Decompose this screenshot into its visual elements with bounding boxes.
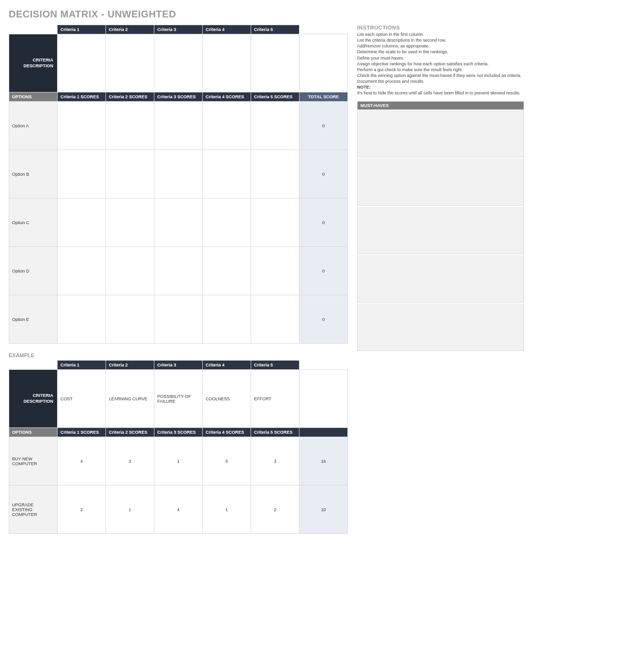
option-name-cell[interactable]: Option B	[9, 150, 58, 198]
score-cell: 5	[203, 437, 251, 486]
note-text: It's best to hide the scores until all c…	[357, 90, 524, 96]
total-cell: 0	[300, 247, 348, 295]
total-score-header: TOTAL SCORE	[300, 92, 348, 102]
instruction-line: Assign objective rankings for how each o…	[357, 61, 524, 67]
must-have-cell[interactable]	[357, 158, 524, 206]
blank-cell	[300, 34, 348, 92]
option-name-cell[interactable]: Option C	[9, 198, 58, 247]
score-cell[interactable]	[106, 247, 154, 295]
score-cell[interactable]	[251, 150, 300, 198]
scores-header-4: Criteria 4 SCORES	[203, 92, 251, 102]
scores-header-3: Criteria 3 SCORES	[154, 92, 203, 102]
score-cell[interactable]	[58, 295, 106, 344]
score-cell[interactable]	[203, 102, 251, 150]
score-cell[interactable]	[154, 247, 203, 295]
score-cell[interactable]	[203, 247, 251, 295]
blank-cell	[300, 370, 348, 428]
must-have-cell[interactable]	[357, 304, 524, 351]
criteria-description-cell[interactable]	[154, 34, 203, 92]
criteria-header-3: Criteria 3	[154, 25, 203, 34]
option-name-cell: BUY NEW COMPUTER	[9, 437, 58, 486]
option-row: BUY NEW COMPUTER 4 3 1 5 3 16	[9, 437, 348, 486]
option-name-cell: UPGRADE EXISTING COMPUTER	[9, 486, 58, 534]
option-row: Option A 0	[9, 102, 348, 150]
blank-corner	[9, 25, 58, 34]
scores-header-1: Criteria 1 SCORES	[58, 92, 106, 102]
criteria-header-1: Criteria 1	[58, 361, 106, 370]
instruction-line: Add/remove columns, as appropriate.	[357, 43, 524, 49]
example-matrix-table: Criteria 1 Criteria 2 Criteria 3 Criteri…	[9, 360, 348, 534]
score-cell[interactable]	[203, 198, 251, 247]
option-name-cell[interactable]: Option D	[9, 247, 58, 295]
score-cell[interactable]	[203, 150, 251, 198]
score-cell: 4	[154, 486, 203, 534]
score-cell[interactable]	[58, 102, 106, 150]
instructions-list: List each option in the first column. Li…	[357, 31, 524, 96]
score-cell[interactable]	[106, 102, 154, 150]
criteria-header-4: Criteria 4	[203, 361, 251, 370]
score-cell[interactable]	[154, 295, 203, 344]
instruction-line: Determine the scale to be used in the ra…	[357, 49, 524, 55]
options-header: OPTIONS	[9, 92, 58, 102]
scores-header-1: Criteria 1 SCORES	[58, 428, 106, 437]
criteria-description-cell[interactable]	[58, 34, 106, 92]
scores-header-2: Criteria 2 SCORES	[106, 92, 154, 102]
must-have-cell[interactable]	[357, 255, 524, 303]
option-row: Option B 0	[9, 150, 348, 198]
instruction-line: Perform a gut check to make sure the res…	[357, 67, 524, 73]
score-cell[interactable]	[58, 247, 106, 295]
blank-corner	[300, 25, 348, 34]
total-cell: 0	[300, 198, 348, 247]
total-cell: 16	[300, 437, 348, 486]
criteria-header-5: Criteria 5	[251, 361, 300, 370]
score-cell: 2	[58, 486, 106, 534]
score-cell[interactable]	[251, 198, 300, 247]
criteria-header-4: Criteria 4	[203, 25, 251, 34]
criteria-description-cell[interactable]	[251, 34, 300, 92]
score-cell[interactable]	[58, 198, 106, 247]
criteria-header-5: Criteria 5	[251, 25, 300, 34]
score-cell: 1	[154, 437, 203, 486]
score-cell[interactable]	[106, 295, 154, 344]
score-cell[interactable]	[251, 247, 300, 295]
option-name-cell[interactable]: Option E	[9, 295, 58, 344]
score-cell[interactable]	[154, 198, 203, 247]
option-row: Option D 0	[9, 247, 348, 295]
total-cell: 10	[300, 486, 348, 534]
instructions-title: INSTRUCTIONS	[357, 25, 524, 30]
criteria-header-2: Criteria 2	[106, 361, 154, 370]
scores-header-3: Criteria 3 SCORES	[154, 428, 203, 437]
page-title: DECISION MATRIX - UNWEIGHTED	[9, 9, 635, 20]
total-score-header	[300, 428, 348, 437]
criteria-description-cell[interactable]	[203, 34, 251, 92]
score-cell: 2	[251, 486, 300, 534]
criteria-header-2: Criteria 2	[106, 25, 154, 34]
score-cell[interactable]	[251, 295, 300, 344]
scores-header-2: Criteria 2 SCORES	[106, 428, 154, 437]
score-cell[interactable]	[106, 150, 154, 198]
scores-header-5: Criteria 5 SCORES	[251, 428, 300, 437]
options-header: OPTIONS	[9, 428, 58, 437]
criteria-description-label: CRITERIA DESCRIPTION	[9, 370, 58, 428]
score-cell[interactable]	[203, 295, 251, 344]
criteria-description-cell: POSSIBILITY OF FAILURE	[154, 370, 203, 428]
scores-header-5: Criteria 5 SCORES	[251, 92, 300, 102]
criteria-header-3: Criteria 3	[154, 361, 203, 370]
total-cell: 0	[300, 295, 348, 344]
total-cell: 0	[300, 102, 348, 150]
total-cell: 0	[300, 150, 348, 198]
must-have-cell[interactable]	[357, 110, 524, 157]
criteria-description-cell[interactable]	[106, 34, 154, 92]
instruction-line: List the criteria descriptions in the se…	[357, 37, 524, 43]
score-cell[interactable]	[154, 102, 203, 150]
score-cell[interactable]	[154, 150, 203, 198]
option-name-cell[interactable]: Option A	[9, 102, 58, 150]
example-title: EXAMPLE	[9, 352, 347, 358]
must-have-cell[interactable]	[357, 207, 524, 254]
instruction-line: Define your must-haves.	[357, 55, 524, 61]
score-cell[interactable]	[251, 102, 300, 150]
decision-matrix-table: Criteria 1 Criteria 2 Criteria 3 Criteri…	[9, 25, 348, 344]
score-cell[interactable]	[106, 198, 154, 247]
score-cell[interactable]	[58, 150, 106, 198]
scores-header-4: Criteria 4 SCORES	[203, 428, 251, 437]
